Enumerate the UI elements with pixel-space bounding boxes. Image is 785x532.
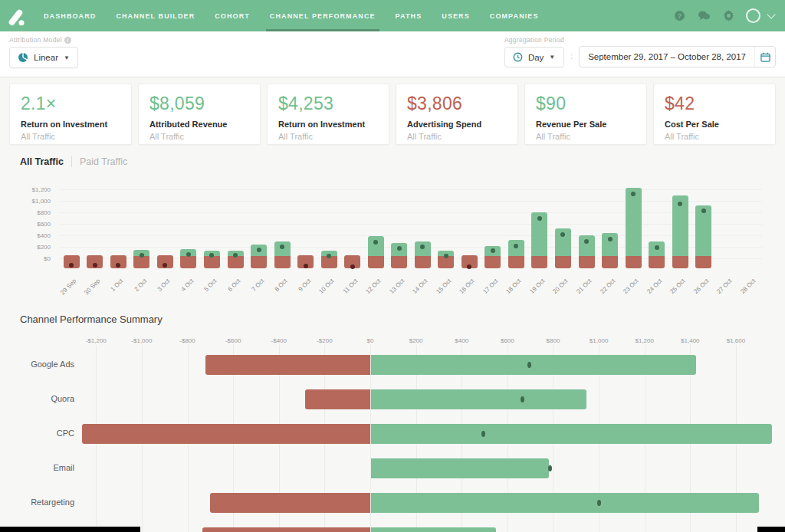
spend-bar[interactable]: [531, 256, 547, 268]
spend-bar[interactable]: [274, 256, 291, 268]
profit-marker-dot: [444, 254, 448, 258]
channel-label: Email: [0, 463, 74, 472]
separator: :: [570, 51, 573, 67]
nav-item-channel-builder[interactable]: CHANNEL BUILDER: [106, 0, 205, 31]
revenue-bar[interactable]: [371, 389, 587, 409]
spend-bar[interactable]: [133, 256, 149, 268]
spend-bar[interactable]: [251, 256, 267, 268]
nav-item-label: CHANNEL PERFORMANCE: [270, 12, 376, 20]
y-axis-tick: $1,200: [3, 186, 51, 193]
x-axis-tick: $1,000: [576, 337, 622, 344]
kpi-card: $90Revenue Per SaleAll Traffic: [524, 84, 647, 145]
spend-bar[interactable]: [579, 256, 595, 268]
gridline: [60, 212, 762, 213]
profit-marker-dot: [527, 362, 531, 368]
spend-bar[interactable]: [555, 256, 571, 268]
revenue-bar[interactable]: [368, 236, 384, 255]
spend-bar[interactable]: [205, 355, 370, 375]
revenue-bar[interactable]: [371, 458, 550, 478]
attribution-model-group: Attribution Model i Linear ▼: [9, 36, 78, 68]
nav-item-label: DASHBOARD: [44, 12, 96, 20]
kpi-label: Advertising Spend: [407, 120, 507, 129]
spend-bar[interactable]: [305, 389, 370, 409]
spend-bar[interactable]: [415, 256, 431, 268]
nav-item-dashboard[interactable]: DASHBOARD: [34, 0, 106, 31]
x-axis-tick: -$800: [165, 337, 211, 344]
y-axis-tick: $600: [3, 221, 51, 228]
kpi-card: $4,253Return on InvestmentAll Traffic: [267, 84, 389, 145]
spend-bar[interactable]: [508, 256, 524, 268]
kpi-row: 2.1×Return on InvestmentAll Traffic$8,05…: [9, 84, 776, 145]
profit-marker-dot: [655, 245, 659, 250]
y-axis-tick: $400: [3, 232, 51, 239]
gear-icon[interactable]: [721, 9, 735, 23]
help-icon[interactable]: ?: [672, 9, 686, 23]
spend-bar[interactable]: [695, 256, 711, 268]
kpi-value: $90: [536, 94, 636, 114]
kpi-value: $42: [665, 94, 764, 114]
gridline: [60, 235, 762, 236]
nav-item-channel-performance[interactable]: CHANNEL PERFORMANCE: [260, 0, 386, 31]
profit-marker-dot: [584, 239, 589, 244]
revenue-bar[interactable]: [626, 188, 642, 255]
y-axis-tick: $0: [3, 255, 51, 262]
nav-utility: ?: [672, 8, 785, 23]
spend-bar[interactable]: [180, 256, 196, 268]
attribution-model-value: Linear: [34, 53, 58, 62]
chat-icon[interactable]: [697, 9, 711, 23]
kpi-value: 2.1×: [21, 94, 120, 114]
tab-all-traffic[interactable]: All Traffic: [20, 156, 64, 167]
spend-bar[interactable]: [368, 256, 384, 268]
nav-item-label: COHORT: [215, 12, 250, 20]
profit-marker-dot: [93, 263, 97, 268]
chevron-down-icon[interactable]: [767, 10, 775, 18]
attribution-model-label: Attribution Model i: [9, 36, 78, 44]
kpi-label: Attributed Revenue: [149, 120, 249, 129]
spend-bar[interactable]: [626, 256, 642, 268]
spend-bar[interactable]: [202, 527, 370, 532]
spend-bar[interactable]: [228, 256, 244, 268]
profit-marker-dot: [548, 465, 552, 471]
revenue-bar[interactable]: [371, 355, 697, 375]
revenue-bar[interactable]: [371, 424, 772, 444]
profit-marker-dot: [631, 192, 636, 196]
kpi-sublabel: All Traffic: [536, 132, 636, 141]
y-axis-tick: $1,000: [3, 198, 51, 205]
screen-edge-right: [757, 527, 785, 532]
aggregation-period-dropdown[interactable]: Day ▼: [504, 47, 564, 67]
calendar-icon[interactable]: [754, 47, 775, 67]
x-axis-tick: -$1,200: [73, 337, 119, 344]
kpi-card: $8,059Attributed RevenueAll Traffic: [138, 84, 261, 145]
x-axis-tick: $1,600: [713, 337, 759, 344]
profit-marker-dot: [521, 396, 524, 402]
spend-bar[interactable]: [204, 256, 220, 268]
tab-paid-traffic[interactable]: Paid Traffic: [80, 156, 127, 167]
clock-icon: [513, 52, 523, 62]
profit-marker-dot: [257, 248, 261, 252]
nav-item-companies[interactable]: COMPANIES: [480, 0, 549, 31]
spend-bar[interactable]: [672, 256, 688, 268]
profit-marker-dot: [597, 500, 601, 506]
spend-bar[interactable]: [82, 424, 370, 444]
date-range-picker[interactable]: September 29, 2017 – October 28, 2017: [579, 46, 776, 67]
nav-item-cohort[interactable]: COHORT: [205, 0, 260, 31]
spend-bar[interactable]: [391, 256, 407, 268]
profit-marker-dot: [186, 252, 191, 257]
spend-bar[interactable]: [649, 256, 665, 268]
attribution-model-dropdown[interactable]: Linear ▼: [9, 47, 78, 68]
avatar[interactable]: [746, 8, 760, 23]
spend-bar[interactable]: [484, 256, 501, 268]
kpi-label: Return on Investment: [278, 120, 378, 129]
nav-item-paths[interactable]: PATHS: [386, 0, 432, 31]
app-logo[interactable]: [0, 0, 31, 31]
profit-marker-dot: [537, 216, 542, 221]
spend-bar[interactable]: [602, 256, 618, 268]
kpi-card: $3,806Advertising SpendAll Traffic: [396, 84, 518, 145]
revenue-bar[interactable]: [371, 493, 760, 513]
revenue-bar[interactable]: [371, 527, 497, 532]
info-icon[interactable]: i: [64, 37, 71, 44]
channel-label: Retargeting: [0, 498, 74, 507]
nav-item-users[interactable]: USERS: [432, 0, 480, 31]
x-axis-tick: $800: [530, 337, 576, 344]
spend-bar[interactable]: [210, 493, 370, 513]
